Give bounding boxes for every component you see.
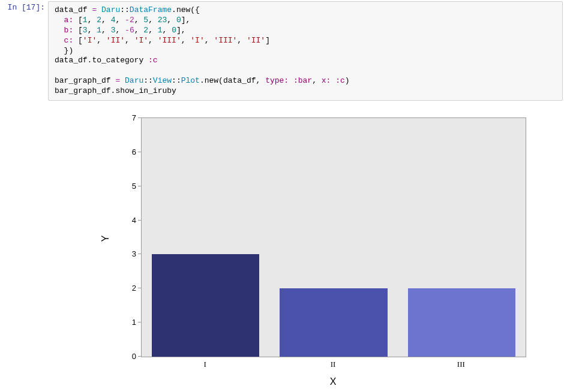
code-block[interactable]: data_df = Daru::DataFrame.new({ a: [1, 2… [55,5,559,97]
xtick-II: II [331,360,336,369]
input-prompt: In [17]: [0,0,48,102]
chart-output: Y 01234567 IIIIII X [45,110,537,386]
bar-I [152,254,259,357]
bar-chart: Y 01234567 IIIIII X [45,110,537,386]
xtick-I: I [203,360,206,369]
code-input-area[interactable]: data_df = Daru::DataFrame.new({ a: [1, 2… [48,1,563,101]
plot-area [141,117,526,357]
x-axis-label: X [330,376,337,386]
y-axis-label: Y [100,236,111,242]
notebook-cell: In [17]: data_df = Daru::DataFrame.new({… [0,0,564,102]
bar-II [280,288,387,357]
xtick-III: III [457,360,465,369]
bar-III [408,288,515,357]
